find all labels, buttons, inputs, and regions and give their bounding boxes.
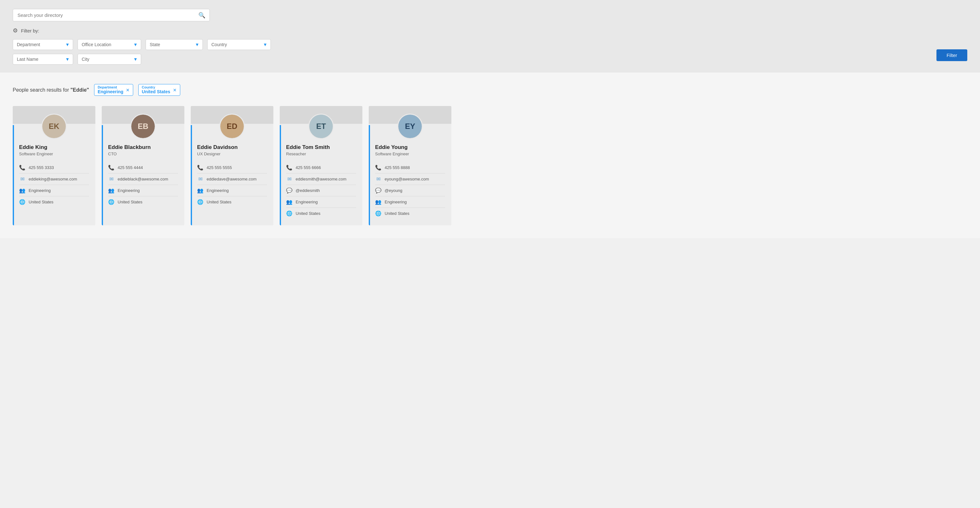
person-name: Eddie Davidson <box>197 144 267 150</box>
search-icon[interactable]: 🔍 <box>198 12 205 19</box>
people-cards: EK Eddie King Software Engineer 📞 425 55… <box>13 106 967 225</box>
phone-value: 425 555 8888 <box>385 165 410 170</box>
card-details: 📞 425 555 4444 ✉ eddieblack@awesome.com … <box>108 162 178 208</box>
person-title: Software Engineer <box>375 152 445 156</box>
person-card[interactable]: EK Eddie King Software Engineer 📞 425 55… <box>13 106 95 225</box>
country-value: United States <box>296 211 320 216</box>
person-title: UX Designer <box>197 152 267 156</box>
chat-value: @eyoung <box>385 188 402 193</box>
email-icon: ✉ <box>286 176 293 182</box>
department-value: Engineering <box>207 188 229 193</box>
department-icon: 👥 <box>19 187 25 193</box>
filter-label-row: ⚙ Filter by: <box>13 27 967 34</box>
globe-icon: 🌐 <box>197 199 204 205</box>
department-filter[interactable]: Department ▼ <box>13 39 73 50</box>
email-value: eyoung@awesome.com <box>385 177 429 181</box>
card-details: 📞 425 555 8888 ✉ eyoung@awesome.com 💬 @e… <box>375 162 445 219</box>
email-value: eddieking@awesome.com <box>29 177 77 181</box>
avatar: EK <box>41 113 67 139</box>
department-tag-label: Department <box>98 86 123 89</box>
department-value: Engineering <box>296 200 318 204</box>
last-name-filter[interactable]: Last Name ▼ <box>13 54 73 65</box>
phone-row: 📞 425 555 5555 <box>197 162 267 174</box>
email-row: ✉ eddiedave@awesome.com <box>197 174 267 185</box>
card-accent-bar <box>369 125 370 225</box>
country-tag-label: Country <box>142 86 170 89</box>
department-active-filter[interactable]: Department Engineering ✕ <box>94 84 133 96</box>
department-icon: 👥 <box>108 187 115 193</box>
person-name: Eddie King <box>19 144 89 150</box>
avatar-wrapper: EB <box>102 113 185 139</box>
department-label: Department <box>17 42 40 47</box>
phone-row: 📞 425 555 6666 <box>286 162 356 174</box>
department-icon: 👥 <box>197 187 204 193</box>
person-card[interactable]: ET Eddie Tom Smith Reseacher 📞 425 555 6… <box>280 106 363 225</box>
last-name-label: Last Name <box>17 57 38 62</box>
office-location-label: Office Location <box>82 42 111 47</box>
phone-value: 425 555 5555 <box>207 165 232 170</box>
phone-icon: 📞 <box>19 165 25 171</box>
filter-row-1: Department ▼ Office Location ▼ State ▼ C… <box>13 39 967 50</box>
globe-icon: 🌐 <box>108 199 115 205</box>
department-tag-close-icon[interactable]: ✕ <box>126 88 130 92</box>
chat-row: 💬 @eyoung <box>375 185 445 196</box>
phone-icon: 📞 <box>197 165 204 171</box>
country-label: Country <box>212 42 227 47</box>
person-card[interactable]: ED Eddie Davidson UX Designer 📞 425 555 … <box>191 106 274 225</box>
filter-button[interactable]: Filter <box>937 50 967 61</box>
card-body: Eddie Davidson UX Designer 📞 425 555 555… <box>191 144 274 208</box>
phone-row: 📞 425 555 8888 <box>375 162 445 174</box>
country-row: 🌐 United States <box>197 196 267 208</box>
email-icon: ✉ <box>375 176 382 182</box>
avatar: ET <box>308 113 334 139</box>
country-row: 🌐 United States <box>375 208 445 219</box>
globe-icon: 🌐 <box>286 210 293 216</box>
country-value: United States <box>385 211 409 216</box>
avatar-wrapper: ED <box>191 113 274 139</box>
state-filter[interactable]: State ▼ <box>146 39 203 50</box>
person-title: Reseacher <box>286 152 356 156</box>
card-details: 📞 425 555 5555 ✉ eddiedave@awesome.com 👥… <box>197 162 267 208</box>
office-location-filter[interactable]: Office Location ▼ <box>78 39 141 50</box>
phone-row: 📞 425 555 3333 <box>19 162 89 174</box>
country-chevron-icon: ▼ <box>263 42 267 47</box>
country-filter[interactable]: Country ▼ <box>207 39 271 50</box>
svg-text:ED: ED <box>227 122 237 131</box>
email-value: eddiesmith@awesome.com <box>296 177 347 181</box>
results-header: People search results for "Eddie" Depart… <box>13 84 967 96</box>
country-value: United States <box>118 200 142 204</box>
chat-icon: 💬 <box>375 187 382 193</box>
email-icon: ✉ <box>108 176 115 182</box>
svg-text:EK: EK <box>49 122 59 131</box>
person-name: Eddie Blackburn <box>108 144 178 150</box>
email-icon: ✉ <box>197 176 204 182</box>
state-label: State <box>150 42 160 47</box>
card-accent-bar <box>191 125 192 225</box>
phone-value: 425 555 3333 <box>29 165 54 170</box>
country-value: United States <box>207 200 231 204</box>
chat-icon: 💬 <box>286 187 293 193</box>
person-title: CTO <box>108 152 178 156</box>
svg-text:EB: EB <box>138 122 148 131</box>
card-body: Eddie Tom Smith Reseacher 📞 425 555 6666… <box>280 144 363 219</box>
department-row: 👥 Engineering <box>19 185 89 196</box>
avatar: EB <box>130 113 156 139</box>
globe-icon: 🌐 <box>19 199 25 205</box>
search-input[interactable] <box>13 9 210 21</box>
city-label: City <box>82 57 89 62</box>
person-name: Eddie Tom Smith <box>286 144 356 150</box>
results-section: People search results for "Eddie" Depart… <box>0 73 980 238</box>
country-tag-close-icon[interactable]: ✕ <box>173 88 177 92</box>
country-active-filter[interactable]: Country United States ✕ <box>138 84 180 96</box>
email-value: eddiedave@awesome.com <box>207 177 256 181</box>
city-filter[interactable]: City ▼ <box>78 54 141 65</box>
person-card[interactable]: EB Eddie Blackburn CTO 📞 425 555 4444 ✉ … <box>102 106 185 225</box>
department-value: Engineering <box>29 188 51 193</box>
avatar-wrapper: ET <box>280 113 363 139</box>
avatar: ED <box>220 113 245 139</box>
department-row: 👥 Engineering <box>197 185 267 196</box>
country-row: 🌐 United States <box>286 208 356 219</box>
person-card[interactable]: EY Eddie Young Software Engineer 📞 425 5… <box>369 106 451 225</box>
department-row: 👥 Engineering <box>375 196 445 208</box>
department-tag-value: Engineering <box>98 89 123 94</box>
